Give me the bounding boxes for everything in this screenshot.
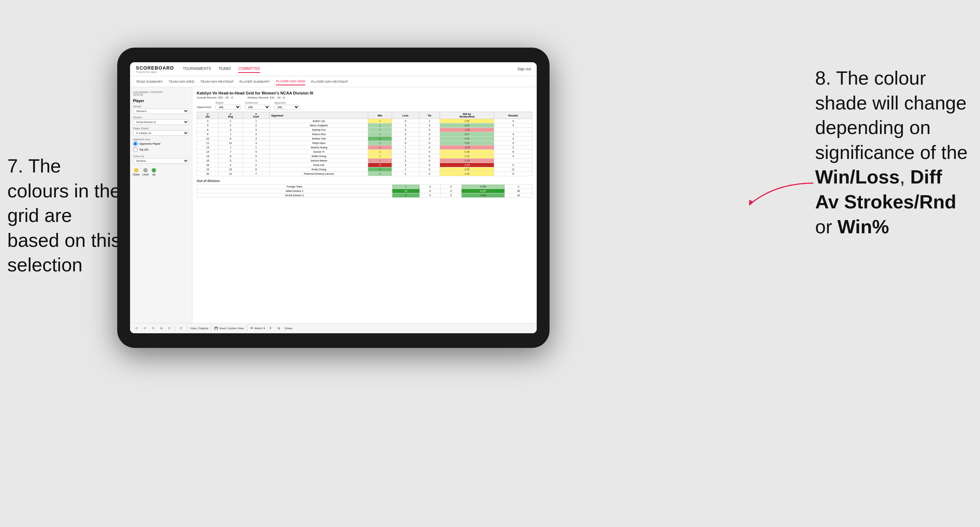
table-row: 5 2 2 Alexis Sudjianto 1 0 0 4.00 3 bbox=[197, 124, 532, 128]
player-rank-select[interactable]: 8. Katelyn Vo bbox=[133, 130, 189, 136]
cell-conf: 4 bbox=[242, 132, 270, 137]
copy-btn[interactable]: ⧉ bbox=[159, 326, 164, 331]
cell-rounds: 2 bbox=[494, 145, 532, 150]
radio-opponents-played[interactable]: Opponents Played bbox=[133, 141, 189, 146]
sub-nav-team-summary[interactable]: TEAM SUMMARY bbox=[136, 78, 163, 85]
nav-committee[interactable]: COMMITTEE bbox=[238, 65, 260, 73]
ood-table-row: Foreign Team 1 0 0 4.500 2 bbox=[197, 184, 532, 189]
export-btn[interactable]: ⬆ bbox=[268, 326, 273, 331]
opponent-select[interactable]: (All) bbox=[274, 105, 300, 110]
view-original-btn[interactable]: View: Original bbox=[190, 327, 208, 330]
cell-opponent: Euna Lee bbox=[270, 163, 368, 167]
cell-rounds: 3 bbox=[494, 132, 532, 137]
cell-diff: 4.00 bbox=[440, 124, 494, 128]
cell-diff: 3.67 bbox=[440, 132, 494, 137]
save-custom-btn[interactable]: 💾 Save Custom View bbox=[214, 327, 243, 330]
undo-btn[interactable]: ↺ bbox=[134, 326, 139, 331]
grid-btn[interactable]: ⊞ bbox=[276, 326, 282, 331]
sub-nav-player-h2h-heatmap[interactable]: PLAYER H2H HEATMAP bbox=[311, 78, 348, 85]
cell-div: 20 bbox=[197, 172, 219, 176]
radio-top100[interactable]: Top 100 bbox=[133, 147, 189, 152]
paste-btn[interactable]: ⎘ bbox=[167, 326, 172, 331]
cell-conf: 6 bbox=[242, 167, 270, 172]
ood-cell-rounds: 30 bbox=[505, 189, 532, 194]
redo-btn[interactable]: ↻ bbox=[151, 326, 156, 331]
cell-reg: 1 bbox=[218, 132, 242, 137]
cell-diff: 0.38 bbox=[440, 150, 494, 154]
col-conf: #Conf bbox=[242, 112, 270, 119]
cell-loss: 0 bbox=[391, 137, 419, 141]
cell-div: 15 bbox=[197, 154, 219, 159]
sub-nav-player-h2h-grid[interactable]: PLAYER H2H GRID bbox=[276, 78, 305, 85]
cell-conf: 3 bbox=[242, 128, 270, 132]
gender-select[interactable]: Women's bbox=[133, 108, 189, 114]
undo2-btn[interactable]: ↺ bbox=[142, 326, 148, 331]
col-tie: Tie bbox=[419, 112, 440, 119]
cell-div: 19 bbox=[197, 167, 219, 172]
table-row: 3 1 1 Esther Lee 1 0 1 1.50 4 bbox=[197, 119, 532, 124]
col-rounds: Rounds bbox=[494, 112, 532, 119]
colour-by-select[interactable]: Win/loss bbox=[133, 158, 189, 164]
filters-row: Opponents: Region (All) Conference (All) bbox=[197, 102, 532, 110]
division-record: Division Record: 331 - 34 - 6 bbox=[248, 96, 285, 99]
cell-diff: -5.00 bbox=[440, 163, 494, 167]
clock-btn[interactable]: ⏱ bbox=[178, 326, 184, 331]
cell-rounds: 4 bbox=[494, 154, 532, 159]
toolbar-divider-1 bbox=[175, 325, 175, 332]
cell-win: 1 bbox=[368, 154, 391, 159]
cell-rounds bbox=[494, 159, 532, 163]
sub-nav-player-summary[interactable]: PLAYER SUMMARY bbox=[240, 78, 270, 85]
ood-cell-diff: 9.267 bbox=[461, 189, 505, 194]
annotation-right: 8. The colour shade will change dependin… bbox=[815, 66, 969, 239]
tablet-screen: SCOREBOARD Powered by clippd TOURNAMENTS… bbox=[130, 62, 537, 333]
cell-tie: 0 bbox=[419, 172, 440, 176]
table-row: 6 3 3 Sydney Kuo 1 0 0 -1.00 bbox=[197, 128, 532, 132]
legend-level: Level bbox=[143, 168, 149, 176]
cell-win: 2 bbox=[368, 150, 391, 154]
cell-reg: 8 bbox=[218, 154, 242, 159]
cell-tie: 0 bbox=[419, 141, 440, 145]
cell-loss: 0 bbox=[391, 128, 419, 132]
nav-teams[interactable]: TEAMS bbox=[218, 65, 231, 73]
table-row: 13 1 1 Jessica Huang 0 1 0 -3.00 2 bbox=[197, 145, 532, 150]
cell-opponent: Esther Lee bbox=[270, 119, 368, 124]
cell-conf: 5 bbox=[242, 154, 270, 159]
cell-rounds: 6 bbox=[494, 172, 532, 176]
cell-div: 13 bbox=[197, 145, 219, 150]
cell-opponent: Sharon Mun bbox=[270, 132, 368, 137]
region-select[interactable]: (All) bbox=[215, 105, 241, 110]
legend-dot-level bbox=[143, 168, 148, 173]
cell-tie: 0 bbox=[419, 150, 440, 154]
cell-loss: 0 bbox=[391, 119, 419, 124]
cell-loss: 1 bbox=[391, 172, 419, 176]
ood-cell-opponent: NCAA Division 2 bbox=[197, 194, 392, 198]
nav-tournaments[interactable]: TOURNAMENTS bbox=[183, 65, 211, 73]
cell-diff: 3.33 bbox=[440, 141, 494, 145]
sub-nav-team-h2h-heatmap[interactable]: TEAM H2H HEATMAP bbox=[200, 78, 234, 85]
gender-label: Gender bbox=[133, 105, 189, 108]
sign-out-link[interactable]: Sign out bbox=[517, 67, 531, 71]
ood-cell-rounds: 2 bbox=[505, 184, 532, 189]
cell-tie: 0 bbox=[419, 124, 440, 128]
cell-rounds: 4 bbox=[494, 119, 532, 124]
cell-diff: 1.25 bbox=[440, 154, 494, 159]
table-row: 20 11 7 Federica Domecq Lacroze 2 1 0 1.… bbox=[197, 172, 532, 176]
sub-nav-team-h2h-grid[interactable]: TEAM H2H GRID bbox=[169, 78, 194, 85]
share-btn[interactable]: Share bbox=[285, 327, 292, 330]
cell-diff: 4.00 bbox=[440, 137, 494, 141]
cell-rounds: 4 bbox=[494, 137, 532, 141]
cell-conf: 2 bbox=[242, 124, 270, 128]
division-select[interactable]: NCAA Division III bbox=[133, 119, 189, 125]
cell-rounds bbox=[494, 128, 532, 132]
cell-reg: 2 bbox=[218, 163, 242, 167]
watch-btn[interactable]: 👁 Watch ▾ bbox=[250, 327, 265, 330]
cell-div: 6 bbox=[197, 128, 219, 132]
cell-tie: 0 bbox=[419, 167, 440, 172]
ood-cell-rounds: 10 bbox=[505, 194, 532, 198]
conference-select[interactable]: (All) bbox=[245, 105, 270, 110]
cell-tie: 0 bbox=[419, 137, 440, 141]
cell-conf: 3 bbox=[242, 141, 270, 145]
ood-table: Foreign Team 1 0 0 4.500 2 NAIA Division… bbox=[197, 184, 532, 198]
colour-by-label: Colour by bbox=[133, 155, 189, 157]
cell-diff: 1.50 bbox=[440, 119, 494, 124]
